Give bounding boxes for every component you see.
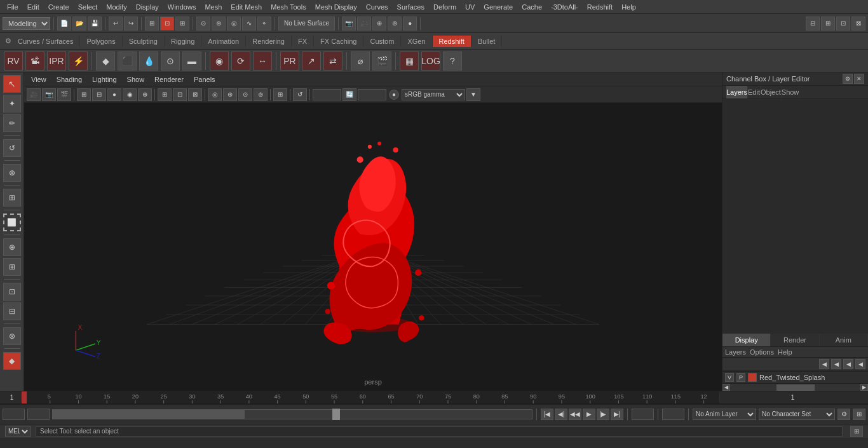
menu-edit-mesh[interactable]: Edit Mesh xyxy=(226,2,266,12)
shelf-icon-help[interactable]: ? xyxy=(443,51,462,71)
vp-tb-b14[interactable]: 🔄 xyxy=(342,88,356,101)
lasso-btn[interactable]: ⊙ xyxy=(196,17,210,31)
shelf-tab-custom[interactable]: Custom xyxy=(364,36,402,47)
menu-generate[interactable]: Generate xyxy=(479,2,517,12)
play-back-btn[interactable]: ◀◀ xyxy=(569,409,581,420)
render-view-btn[interactable]: ◆ xyxy=(3,352,21,370)
layer-icon2[interactable]: ◀ xyxy=(831,359,841,369)
undo-btn[interactable]: ↩ xyxy=(109,17,123,31)
menu-uv[interactable]: UV xyxy=(461,2,479,12)
frame-start2-input[interactable]: 1 xyxy=(27,409,50,420)
vp-tb-b9[interactable]: ⊛ xyxy=(223,88,237,101)
shelf-tab-polygons[interactable]: Polygons xyxy=(80,36,122,47)
layout-btn3[interactable]: ⊡ xyxy=(836,17,850,31)
frame-range-end-input[interactable]: 200 xyxy=(662,409,684,420)
vp-tb-b7[interactable]: ⊠ xyxy=(188,88,202,101)
layer-icon4[interactable]: ◀ xyxy=(855,359,865,369)
shelf-icon-mat[interactable]: ▦ xyxy=(400,51,419,71)
move-tool-btn[interactable]: ✦ xyxy=(3,95,21,112)
open-btn[interactable]: 📂 xyxy=(72,17,86,31)
cb-scroll-right-btn[interactable]: ▶ xyxy=(860,384,868,391)
transform-tool-btn[interactable]: ⊞ xyxy=(3,189,21,207)
vp-menu-lighting[interactable]: Lighting xyxy=(88,74,121,85)
vp-tb-cam2[interactable]: 📷 xyxy=(42,88,56,101)
rotate-tool-btn[interactable]: ↺ xyxy=(3,139,21,157)
shelf-icon-log[interactable]: LOG xyxy=(421,51,440,71)
char-set-settings-btn[interactable]: ⚙ xyxy=(837,409,850,420)
shelf-tab-curves-surfaces[interactable]: Curves / Surfaces xyxy=(11,36,80,47)
curve-btn[interactable]: ∿ xyxy=(242,17,256,31)
menu-cache[interactable]: Cache xyxy=(517,2,546,12)
menu-curves[interactable]: Curves xyxy=(362,2,393,12)
vp-menu-shading[interactable]: Shading xyxy=(52,74,86,85)
layout-btn1[interactable]: ⊟ xyxy=(806,17,820,31)
shelf-icon-2[interactable]: 📽 xyxy=(25,51,44,71)
vp-tb-b10[interactable]: ⊙ xyxy=(238,88,252,101)
vp-tb-b3[interactable]: ● xyxy=(107,88,121,101)
cb-scroll-thumb[interactable] xyxy=(776,384,815,391)
vp-tb-b2[interactable]: ⊟ xyxy=(92,88,106,101)
paint-sel-btn[interactable]: ⊛ xyxy=(212,17,226,31)
layout-btn2[interactable]: ⊞ xyxy=(821,17,835,31)
anim-layer-select[interactable]: No Anim Layer xyxy=(693,409,756,420)
shelf-tab-rendering[interactable]: Rendering xyxy=(246,36,292,47)
scene-area[interactable]: Y Z X persp xyxy=(24,103,722,391)
vp-tb-grid[interactable]: ⊞ xyxy=(158,88,172,101)
cb-help-link[interactable]: Help xyxy=(778,348,792,356)
cb-header-close-btn[interactable]: ✕ xyxy=(854,74,864,84)
save-btn[interactable]: 💾 xyxy=(88,17,102,31)
mode-select[interactable]: Modeling xyxy=(3,17,50,30)
cb-tab-render[interactable]: Render xyxy=(771,334,819,346)
shelf-icon-render[interactable]: 🎬 xyxy=(372,51,391,71)
vp-menu-panels[interactable]: Panels xyxy=(189,74,220,85)
tool2-btn[interactable]: ⊟ xyxy=(3,302,21,320)
no-live-surface-btn[interactable]: No Live Surface xyxy=(278,17,335,31)
shelf-icon-ipr[interactable]: IPR xyxy=(47,51,66,71)
shelf-tab-sculpting[interactable]: Sculpting xyxy=(123,36,165,47)
vp-tb-b12[interactable]: ⊞ xyxy=(273,88,287,101)
vp-tb-b1[interactable]: ⊞ xyxy=(77,88,91,101)
ruler-marks[interactable]: 5 10 15 20 25 30 35 40 45 xyxy=(22,391,719,404)
menu-help[interactable]: Help xyxy=(617,2,641,12)
char-set-select[interactable]: No Character Set xyxy=(759,409,835,420)
go-end-btn[interactable]: ▶| xyxy=(611,409,623,420)
menu-file[interactable]: File xyxy=(3,2,23,12)
cb-tab-channels[interactable]: Layers xyxy=(726,86,748,98)
frame-start-input[interactable]: 1 xyxy=(3,409,25,420)
cb-tab-display[interactable]: Display xyxy=(722,334,771,346)
menu-surfaces[interactable]: Surfaces xyxy=(393,2,429,12)
redo-btn[interactable]: ↪ xyxy=(124,17,138,31)
shelf-tab-bullet[interactable]: Bullet xyxy=(471,36,503,47)
vp-tb-cam1[interactable]: 🎥 xyxy=(27,88,41,101)
menu-select[interactable]: Select xyxy=(74,2,102,12)
shelf-icon-4[interactable]: ⚡ xyxy=(69,51,88,71)
shelf-icon-rs1[interactable]: ◉ xyxy=(210,51,229,71)
go-start-btn[interactable]: |◀ xyxy=(541,409,553,420)
cb-header-settings-btn[interactable]: ⚙ xyxy=(843,74,853,84)
menu-mesh[interactable]: Mesh xyxy=(200,2,226,12)
shelf-tab-redshift[interactable]: Redshift xyxy=(433,36,471,47)
cb-tab-show[interactable]: Show xyxy=(782,86,800,98)
cam-btn4[interactable]: ⊚ xyxy=(388,17,402,31)
shelf-icon-rv[interactable]: RV xyxy=(4,51,23,71)
menu-3dtoall[interactable]: -3DtoAll- xyxy=(546,2,583,12)
color-space-icon[interactable]: ● xyxy=(389,90,399,100)
scale-value-input[interactable]: 1.00 xyxy=(358,89,386,100)
script-editor-btn[interactable]: ⊞ xyxy=(850,426,863,437)
vp-tb-b15[interactable]: ▼ xyxy=(466,88,480,101)
vp-tb-cam3[interactable]: 🎬 xyxy=(57,88,71,101)
shelf-icon-plane[interactable]: ▬ xyxy=(182,51,201,71)
menu-modify[interactable]: Modify xyxy=(102,2,131,12)
vp-tb-b4[interactable]: ◉ xyxy=(123,88,137,101)
cb-tab-edit[interactable]: Edit xyxy=(748,86,761,98)
menu-redshift[interactable]: Redshift xyxy=(583,2,617,12)
cb-tab-object[interactable]: Object xyxy=(761,86,782,98)
shelf-icon-cube[interactable]: ⬛ xyxy=(118,51,137,71)
play-fwd-btn[interactable]: ▶ xyxy=(583,409,595,420)
snap-btn[interactable]: ⌖ xyxy=(257,17,271,31)
cam-btn1[interactable]: 📷 xyxy=(342,17,356,31)
shelf-icon-rs3[interactable]: ↔ xyxy=(253,51,272,71)
cb-tab-anim[interactable]: Anim xyxy=(820,334,868,346)
select-by-component-btn[interactable]: ⊡ xyxy=(160,17,174,31)
transform-btn[interactable]: ⊞ xyxy=(175,17,189,31)
